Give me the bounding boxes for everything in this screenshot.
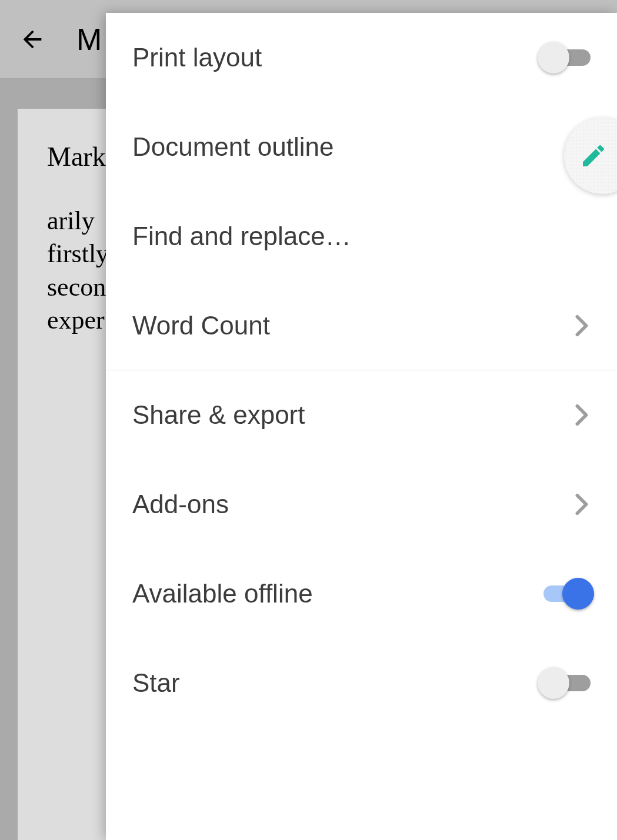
chevron-right-icon — [573, 317, 591, 334]
toggle-thumb — [562, 578, 594, 610]
menu-item-print-layout[interactable]: Print layout — [106, 13, 617, 102]
menu-item-document-outline[interactable]: Document outline — [106, 102, 617, 192]
overflow-menu: Print layout Document outline Find and r… — [106, 13, 617, 840]
toggle-thumb — [538, 667, 569, 699]
star-toggle[interactable] — [538, 667, 591, 699]
menu-item-star[interactable]: Star — [106, 638, 617, 728]
menu-item-label: Document outline — [132, 132, 591, 162]
edit-icon — [579, 142, 608, 170]
menu-item-label: Share & export — [132, 400, 573, 430]
menu-item-find-replace[interactable]: Find and replace… — [106, 192, 617, 281]
menu-item-label: Word Count — [132, 311, 573, 340]
app-title: M — [76, 22, 102, 57]
back-button[interactable] — [18, 25, 47, 54]
chevron-right-icon — [573, 406, 591, 424]
arrow-left-icon — [19, 26, 46, 53]
print-layout-toggle[interactable] — [538, 42, 591, 73]
menu-item-share-export[interactable]: Share & export — [106, 370, 617, 460]
menu-item-label: Star — [132, 668, 538, 698]
menu-item-label: Available offline — [132, 579, 538, 608]
chevron-right-icon — [573, 496, 591, 513]
available-offline-toggle[interactable] — [538, 578, 591, 610]
menu-item-label: Add-ons — [132, 490, 573, 519]
menu-item-word-count[interactable]: Word Count — [106, 281, 617, 370]
menu-item-available-offline[interactable]: Available offline — [106, 549, 617, 638]
menu-item-label: Print layout — [132, 43, 538, 72]
menu-item-label: Find and replace… — [132, 222, 591, 251]
menu-item-add-ons[interactable]: Add-ons — [106, 460, 617, 549]
toggle-thumb — [538, 42, 569, 73]
